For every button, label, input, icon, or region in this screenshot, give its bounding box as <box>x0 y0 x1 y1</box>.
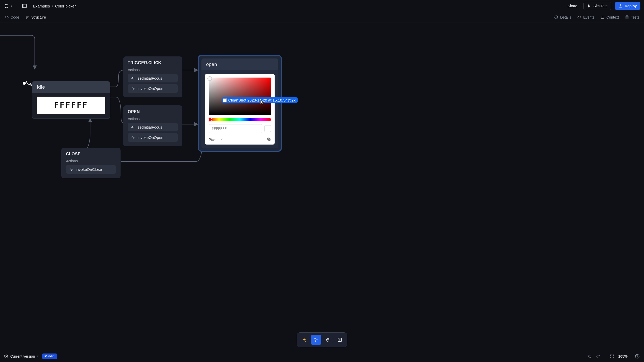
state-idle-title: idle <box>32 81 110 93</box>
color-picker-panel: #FFFFFF Picker <box>205 74 275 145</box>
picker-mode-label: Picker <box>209 138 219 142</box>
tab-code-label: Code <box>11 15 19 19</box>
drag-file-label: CleanShot 2023-11-20 at 15.10.54@2x <box>222 97 298 103</box>
tab-tests-label: Tests <box>631 15 639 19</box>
play-icon <box>587 4 591 8</box>
canvas-toolbar <box>297 332 347 347</box>
chevron-down-icon: ▾ <box>37 355 39 358</box>
svg-marker-14 <box>132 77 134 80</box>
structure-icon <box>25 15 29 19</box>
tab-details[interactable]: Details <box>554 14 572 20</box>
copy-icon[interactable] <box>267 137 271 142</box>
state-open-title: open <box>201 58 278 70</box>
action-chip[interactable]: invokeOnOpen <box>128 84 178 93</box>
code-icon <box>5 15 9 19</box>
transition-trigger-click[interactable]: TRIGGER.CLICK Actions setInitialFocus in… <box>123 56 182 97</box>
tab-tests[interactable]: Tests <box>624 14 640 20</box>
tool-ai[interactable] <box>299 335 309 345</box>
tool-add[interactable] <box>335 335 345 345</box>
deploy-button[interactable]: Deploy <box>615 2 640 10</box>
tab-context-label: Context <box>606 15 619 19</box>
lightning-icon <box>131 136 135 140</box>
tab-details-label: Details <box>560 15 571 19</box>
saturation-area[interactable] <box>209 78 271 115</box>
lightning-icon <box>131 76 135 80</box>
picker-mode-dropdown[interactable]: Picker <box>209 137 224 142</box>
redo-button[interactable] <box>596 354 601 359</box>
actions-label: Actions <box>128 117 178 121</box>
svg-marker-2 <box>588 5 590 7</box>
action-name: setInitialFocus <box>138 76 162 80</box>
tab-context[interactable]: Context <box>600 14 619 20</box>
tab-code[interactable]: Code <box>4 14 20 20</box>
actions-label: Actions <box>66 159 116 163</box>
transition-trigger-click-title: TRIGGER.CLICK <box>128 61 178 65</box>
svg-marker-18 <box>70 168 73 171</box>
svg-marker-17 <box>132 136 134 139</box>
simulate-button[interactable]: Simulate <box>583 2 611 10</box>
action-chip[interactable]: setInitialFocus <box>128 123 178 131</box>
cursor-icon <box>260 100 264 105</box>
svg-rect-9 <box>601 16 604 18</box>
lightning-icon <box>131 87 135 91</box>
initial-state-marker <box>23 81 33 86</box>
panel-toggle-icon[interactable] <box>22 3 27 9</box>
upload-icon <box>618 4 623 8</box>
lightning-icon <box>131 125 135 129</box>
hue-slider[interactable] <box>209 118 271 121</box>
breadcrumb: Examples / Color picker <box>33 4 76 8</box>
action-name: invokeOnClose <box>76 167 102 172</box>
transition-open[interactable]: OPEN Actions setInitialFocus invokeOnOpe… <box>123 105 182 146</box>
fullscreen-button[interactable] <box>609 354 615 359</box>
stately-logo-icon <box>4 3 9 9</box>
hex-input[interactable]: #FFFFFF <box>209 124 262 133</box>
transition-open-title: OPEN <box>128 110 178 114</box>
events-icon <box>577 15 581 19</box>
hue-cursor[interactable] <box>208 117 212 122</box>
history-icon <box>4 354 8 358</box>
context-icon <box>600 15 605 19</box>
info-icon <box>554 15 558 19</box>
idle-preview: FFFFFF <box>37 97 105 114</box>
lightning-icon <box>69 167 73 172</box>
undo-button[interactable] <box>587 354 592 359</box>
canvas[interactable]: idle FFFFFF TRIGGER.CLICK Actions setIni… <box>0 22 644 350</box>
action-name: invokeOnOpen <box>138 86 163 91</box>
tests-icon <box>625 15 629 19</box>
action-chip[interactable]: invokeOnOpen <box>128 133 178 142</box>
app-logo[interactable]: ▾ <box>4 3 12 9</box>
svg-marker-16 <box>132 126 134 129</box>
current-color-swatch <box>264 125 271 132</box>
version-dropdown[interactable]: Current version ▾ <box>4 354 39 358</box>
state-idle[interactable]: idle FFFFFF <box>32 81 110 119</box>
transition-close[interactable]: CLOSE Actions invokeOnClose <box>61 148 121 178</box>
chevron-down-icon <box>220 137 224 142</box>
action-name: invokeOnOpen <box>138 135 163 140</box>
breadcrumb-parent[interactable]: Examples <box>33 4 50 8</box>
zoom-level[interactable]: 105% <box>618 354 628 358</box>
action-chip[interactable]: setInitialFocus <box>128 74 178 82</box>
chevron-down-icon: ▾ <box>11 4 12 8</box>
saturation-cursor[interactable] <box>207 76 212 81</box>
state-open[interactable]: open #FFFFFF Picker <box>198 55 282 152</box>
action-chip[interactable]: invokeOnClose <box>66 165 116 174</box>
action-name: setInitialFocus <box>138 125 162 129</box>
svg-rect-0 <box>23 4 27 7</box>
tool-select[interactable] <box>311 335 321 345</box>
file-thumbnail-icon <box>223 98 227 102</box>
tool-pan[interactable] <box>323 335 333 345</box>
actions-label: Actions <box>128 68 178 72</box>
tab-structure[interactable]: Structure <box>25 14 46 20</box>
visibility-badge[interactable]: Public <box>42 353 57 359</box>
help-button[interactable] <box>635 354 640 359</box>
tab-events[interactable]: Events <box>577 14 595 20</box>
deploy-label: Deploy <box>625 4 637 8</box>
breadcrumb-current[interactable]: Color picker <box>55 4 76 8</box>
svg-marker-15 <box>132 87 134 90</box>
version-label: Current version <box>10 354 35 358</box>
simulate-label: Simulate <box>594 4 607 8</box>
tab-events-label: Events <box>583 15 594 19</box>
share-button[interactable]: Share <box>565 2 580 10</box>
breadcrumb-separator: / <box>52 4 53 8</box>
transition-close-title: CLOSE <box>66 152 116 156</box>
